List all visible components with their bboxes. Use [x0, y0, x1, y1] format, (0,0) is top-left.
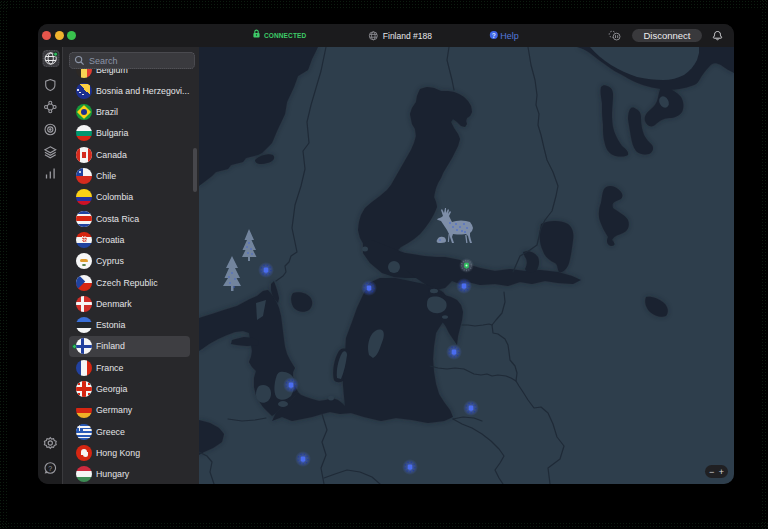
svg-text:?: ?	[492, 32, 496, 39]
svg-text:?: ?	[48, 465, 52, 472]
